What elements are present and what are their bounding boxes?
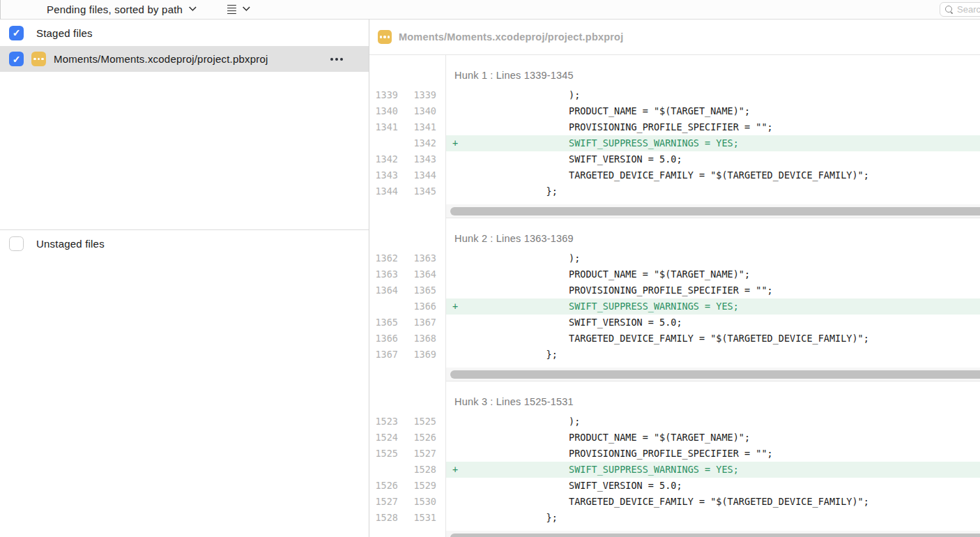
chevron-down-icon [243,3,250,11]
old-line-number: 1366 [369,331,401,347]
diff-line[interactable]: 15251527 PROVISIONING_PROFILE_SPECIFIER … [369,446,980,462]
change-marker [445,478,478,494]
diff-file-header: Moments/Moments.xcodeproj/project.pbxpro… [369,20,980,55]
unstaged-files-checkbox[interactable] [9,236,24,251]
diff-line-content: TARGETED_DEVICE_FAMILY = "$(TARGETED_DEV… [445,167,980,183]
diff-line[interactable]: 15261529 SWIFT_VERSION = 5.0; [369,478,980,494]
change-marker [445,282,478,298]
change-marker: + [445,462,478,478]
file-row[interactable]: Moments/Moments.xcodeproj/project.pbxpro… [0,46,369,72]
new-line-number: 1367 [401,315,436,331]
code-text: PRODUCT_NAME = "$(TARGET_NAME)"; [478,266,750,282]
code-text: }; [478,183,558,199]
new-line-number: 1344 [401,167,436,183]
diff-hunk: Hunk 3 : Lines 1525-153115231525 );15241… [369,381,980,537]
diff-line[interactable]: 13391339 ); [369,87,980,103]
old-line-number: 1362 [369,250,401,266]
diff-line-content: }; [445,510,980,526]
code-text: SWIFT_SUPPRESS_WARNINGS = YES; [478,298,739,315]
diff-line[interactable]: 15241526 PRODUCT_NAME = "$(TARGET_NAME)"… [369,430,980,446]
diff-line[interactable]: 15231525 ); [369,414,980,430]
pending-files-sort-dropdown[interactable]: Pending files, sorted by path [47,3,194,15]
hunk-header: Hunk 3 : Lines 1525-1531 [454,394,980,409]
old-line-number: 1344 [369,183,401,199]
diff-line-content: PROVISIONING_PROFILE_SPECIFIER = ""; [445,282,980,298]
code-text: SWIFT_SUPPRESS_WARNINGS = YES; [478,135,739,151]
scrollbar-thumb[interactable] [450,534,980,537]
old-line-number: 1525 [369,446,401,462]
change-marker [445,183,478,199]
new-line-number: 1369 [401,347,436,363]
unstaged-files-label: Unstaged files [36,238,105,250]
change-marker [445,414,478,430]
old-line-number: 1527 [369,494,401,510]
old-line-number: 1340 [369,103,401,119]
diff-line[interactable]: 1366+ SWIFT_SUPPRESS_WARNINGS = YES; [369,298,980,315]
staged-files-label: Staged files [36,27,93,39]
diff-line[interactable]: 13401340 PRODUCT_NAME = "$(TARGET_NAME)"… [369,103,980,119]
diff-line-content: ); [445,87,980,103]
old-line-number [369,462,401,478]
file-actions-menu-button[interactable] [330,46,343,72]
code-text: PRODUCT_NAME = "$(TARGET_NAME)"; [478,103,750,119]
hunk-lines: 15231525 );15241526 PRODUCT_NAME = "$(TA… [369,414,980,526]
diff-line-content: + SWIFT_SUPPRESS_WARNINGS = YES; [445,298,980,315]
diff-line[interactable]: 13441345 }; [369,183,980,199]
change-marker [445,494,478,510]
code-text: SWIFT_SUPPRESS_WARNINGS = YES; [478,462,739,478]
diff-line[interactable]: 13661368 TARGETED_DEVICE_FAMILY = "$(TAR… [369,331,980,347]
scrollbar-thumb[interactable] [450,370,980,379]
code-text: PRODUCT_NAME = "$(TARGET_NAME)"; [478,430,750,446]
new-line-number: 1341 [401,119,436,135]
new-line-number: 1528 [401,462,436,478]
old-line-number: 1343 [369,167,401,183]
list-view-icon [227,5,236,15]
diff-line[interactable]: 13631364 PRODUCT_NAME = "$(TARGET_NAME)"… [369,266,980,282]
search-icon [944,5,954,14]
diff-line[interactable]: 13421343 SWIFT_VERSION = 5.0; [369,151,980,167]
old-line-number: 1367 [369,347,401,363]
change-marker [445,250,478,266]
hunk-lines: 13391339 );13401340 PRODUCT_NAME = "$(TA… [369,87,980,199]
old-line-number: 1523 [369,414,401,430]
staged-files-checkbox[interactable] [9,26,24,40]
diff-line[interactable]: 13651367 SWIFT_VERSION = 5.0; [369,315,980,331]
code-text: ); [478,87,580,103]
new-line-number: 1530 [401,494,436,510]
diff-line-content: SWIFT_VERSION = 5.0; [445,478,980,494]
diff-line[interactable]: 13671369 }; [369,347,980,363]
change-marker [445,315,478,331]
app-window: Pending files, sorted by path Staged fil… [0,0,980,537]
modified-file-icon [31,52,46,66]
change-marker [445,331,478,347]
unstaged-files-header-row[interactable]: Unstaged files [0,230,369,257]
change-marker [445,87,478,103]
change-marker [445,167,478,183]
diff-line[interactable]: 13431344 TARGETED_DEVICE_FAMILY = "$(TAR… [369,167,980,183]
new-line-number: 1340 [401,103,436,119]
diff-line[interactable]: 13621363 ); [369,250,980,266]
diff-line-content: PRODUCT_NAME = "$(TARGET_NAME)"; [445,266,980,282]
diff-hunks: Hunk 1 : Lines 1339-134513391339 );13401… [369,55,980,537]
new-line-number: 1531 [401,510,436,526]
change-marker [445,430,478,446]
diff-line[interactable]: 1528+ SWIFT_SUPPRESS_WARNINGS = YES; [369,462,980,478]
diff-line[interactable]: 1342+ SWIFT_SUPPRESS_WARNINGS = YES; [369,135,980,151]
scrollbar-thumb[interactable] [450,207,980,215]
change-marker [445,347,478,363]
code-text: SWIFT_VERSION = 5.0; [478,151,682,167]
diff-line[interactable]: 13641365 PROVISIONING_PROFILE_SPECIFIER … [369,282,980,298]
old-line-number: 1528 [369,510,401,526]
diff-line[interactable]: 13411341 PROVISIONING_PROFILE_SPECIFIER … [369,119,980,135]
new-line-number: 1339 [401,87,436,103]
diff-line[interactable]: 15271530 TARGETED_DEVICE_FAMILY = "$(TAR… [369,494,980,510]
file-checkbox[interactable] [9,52,24,66]
diff-line[interactable]: 15281531 }; [369,510,980,526]
old-line-number [369,298,401,315]
staged-files-header-row[interactable]: Staged files [0,20,369,46]
search-input[interactable] [957,4,980,15]
view-mode-dropdown[interactable] [227,5,248,15]
search-field[interactable] [940,2,980,17]
hunk-horizontal-scrollbar [445,204,980,218]
change-marker [445,266,478,282]
